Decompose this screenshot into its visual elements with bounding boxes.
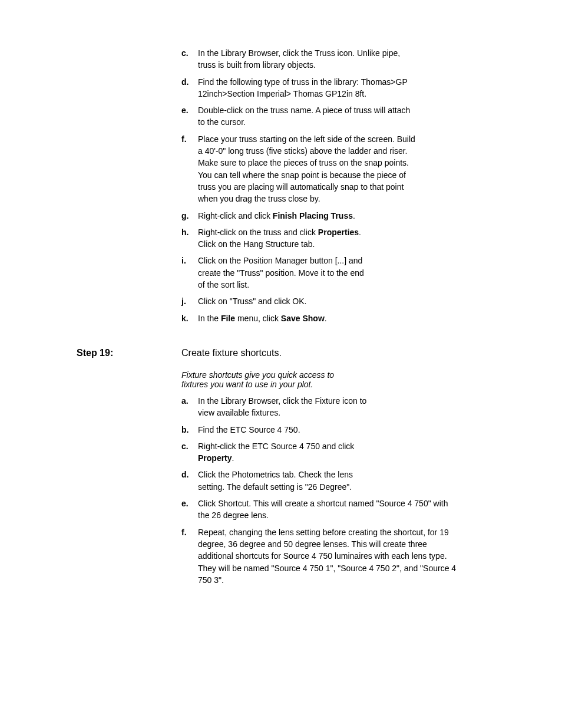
list-item: e.Double-click on the truss name. A piec…: [181, 104, 461, 129]
item-text: Click Shortcut. This will create a short…: [198, 498, 457, 522]
list-item: k.In the File menu, click Save Show.: [181, 312, 461, 324]
list-item: h.Right-click on the truss and click Pro…: [181, 226, 461, 251]
list-item: d.Click the Photometrics tab. Check the …: [181, 469, 461, 493]
item-letter: a.: [181, 395, 198, 419]
item-text: In the Library Browser, click the Fixtur…: [198, 395, 369, 419]
list-item: a.In the Library Browser, click the Fixt…: [181, 395, 461, 419]
item-text: Click on the Position Manager button [..…: [198, 255, 369, 291]
list-item: b.Find the ETC Source 4 750.: [181, 424, 461, 436]
list-item: d.Find the following type of truss in th…: [181, 76, 461, 100]
item-text: Double-click on the truss name. A piece …: [198, 104, 416, 129]
item-letter: i.: [181, 255, 198, 291]
step-label: Step 19:: [77, 348, 181, 358]
item-letter: h.: [181, 226, 198, 251]
step-intro: Fixture shortcuts give you quick access …: [181, 370, 346, 389]
item-text: In the File menu, click Save Show.: [198, 312, 369, 324]
item-text: Click the Photometrics tab. Check the le…: [198, 469, 369, 493]
item-letter: e.: [181, 498, 198, 522]
list-item: i.Click on the Position Manager button […: [181, 255, 461, 291]
item-text: Find the following type of truss in the …: [198, 76, 416, 100]
item-text: Right-click the ETC Source 4 750 and cli…: [198, 440, 369, 465]
item-text: Repeat, changing the lens setting before…: [198, 526, 457, 586]
item-letter: b.: [181, 424, 198, 436]
item-letter: j.: [181, 295, 198, 307]
item-letter: d.: [181, 469, 198, 493]
list-item: j.Click on "Truss" and click OK.: [181, 295, 461, 307]
item-text: Place your truss starting on the left si…: [198, 133, 416, 205]
list-item: c.Right-click the ETC Source 4 750 and c…: [181, 440, 461, 465]
item-text: In the Library Browser, click the Truss …: [198, 47, 416, 71]
list-item: f.Place your truss starting on the left …: [181, 133, 461, 205]
item-text: Click on "Truss" and click OK.: [198, 295, 369, 307]
item-letter: f.: [181, 526, 198, 586]
step-title: Create fixture shortcuts.: [181, 348, 282, 358]
item-letter: g.: [181, 210, 198, 222]
list-item: g.Right-click and click Finish Placing T…: [181, 210, 461, 222]
item-letter: k.: [181, 312, 198, 324]
item-text: Find the ETC Source 4 750.: [198, 424, 369, 436]
list-item: c.In the Library Browser, click the Trus…: [181, 47, 461, 71]
list-item: f.Repeat, changing the lens setting befo…: [181, 526, 461, 586]
item-letter: c.: [181, 440, 198, 465]
item-text: Right-click and click Finish Placing Tru…: [198, 210, 416, 222]
item-letter: f.: [181, 133, 198, 205]
item-letter: d.: [181, 76, 198, 100]
item-letter: e.: [181, 104, 198, 129]
item-text: Right-click on the truss and click Prope…: [198, 226, 369, 251]
item-letter: c.: [181, 47, 198, 71]
list-item: e.Click Shortcut. This will create a sho…: [181, 498, 461, 522]
